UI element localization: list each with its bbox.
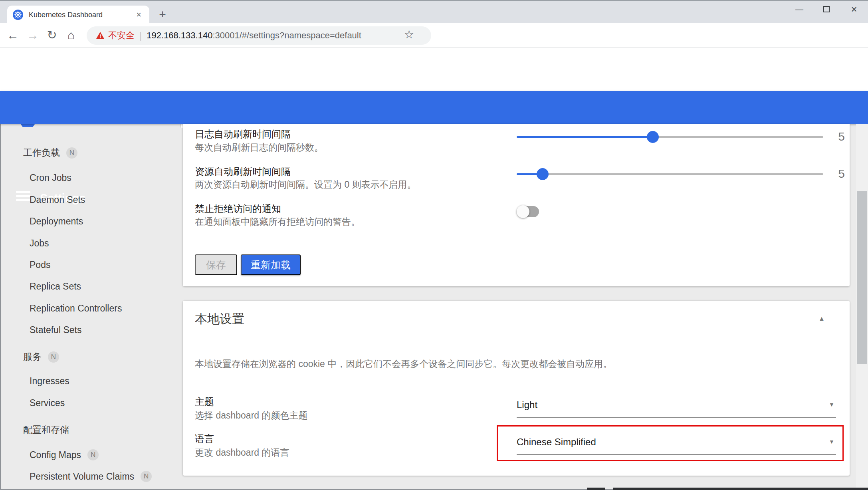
sidebar-item-jobs[interactable]: Jobs: [30, 238, 49, 249]
sidebar-item-services[interactable]: Services: [30, 398, 65, 409]
sidebar-item-pods[interactable]: Pods: [30, 260, 50, 270]
new-badge: N: [141, 471, 152, 482]
bookmark-star-icon[interactable]: ☆: [404, 28, 414, 41]
local-settings-card: 本地设置 ▲ 本地设置存储在浏览器的 cookie 中，因此它们不会再多个设备之…: [183, 301, 850, 476]
new-tab-button[interactable]: +: [155, 7, 170, 22]
resource-refresh-value: 5: [827, 167, 845, 181]
sidebar-group-services: 服务N: [23, 351, 59, 363]
sidebar-item-replication-controllers[interactable]: Replication Controllers: [30, 303, 122, 314]
setting-desc-disable-access-denied: 在通知面板中隐藏所有拒绝访问的警告。: [195, 216, 360, 228]
app-toolbar: Settings: [0, 91, 868, 124]
setting-desc-log-refresh: 每次自动刷新日志的间隔秒数。: [195, 141, 323, 154]
sidebar-item-replica-sets[interactable]: Replica Sets: [30, 281, 81, 292]
language-highlight-box: [497, 425, 844, 461]
resource-refresh-slider[interactable]: [517, 173, 823, 175]
new-badge: N: [66, 147, 77, 159]
log-refresh-value: 5: [827, 130, 845, 143]
url-path: :30001/#/settings?namespace=default: [212, 30, 361, 40]
browser-toolbar: ← → ↻ ⌂ 不安全 | 192.168.133.140:30001/#/se…: [0, 23, 868, 48]
reload-button[interactable]: 重新加载: [241, 254, 301, 275]
access-denied-toggle[interactable]: [517, 205, 540, 218]
forward-icon: →: [24, 23, 42, 48]
setting-title-disable-access-denied: 禁止拒绝访问的通知: [195, 202, 281, 215]
bottom-edge-segment: [587, 488, 605, 490]
home-icon[interactable]: ⌂: [62, 23, 80, 48]
tab-title: Kubernetes Dashboard: [29, 11, 134, 19]
log-refresh-slider[interactable]: [517, 136, 823, 138]
sidebar-item-ingresses[interactable]: Ingresses: [30, 376, 69, 387]
hamburger-menu-icon[interactable]: [16, 191, 30, 206]
bottom-edge-segment: [613, 488, 868, 490]
global-settings-card: 日志自动刷新时间间隔 每次自动刷新日志的间隔秒数。 5 资源自动刷新时间间隔 两…: [183, 124, 850, 286]
url-separator: |: [139, 30, 142, 41]
vertical-scrollbar-thumb[interactable]: [857, 191, 867, 364]
window-maximize-button[interactable]: [817, 2, 836, 17]
local-settings-description: 本地设置存储在浏览器的 cookie 中，因此它们不会再多个设备之间同步它。每次…: [195, 358, 612, 370]
theme-description: 选择 dashboard 的颜色主题: [195, 409, 307, 422]
sidebar-item-daemon-sets[interactable]: Daemon Sets: [30, 194, 85, 205]
sidebar-item-cron-jobs[interactable]: Cron Jobs: [30, 173, 71, 183]
setting-title-resource-refresh: 资源自动刷新时间间隔: [195, 165, 291, 178]
url-text[interactable]: 192.168.133.140:30001/#/settings?namespa…: [147, 30, 361, 41]
slider-thumb[interactable]: [647, 131, 659, 143]
sidebar-item-stateful-sets[interactable]: Stateful Sets: [30, 325, 81, 335]
setting-desc-resource-refresh: 两次资源自动刷新时间间隔。设置为 0 则表示不启用。: [195, 179, 416, 191]
tab-close-icon[interactable]: ×: [134, 10, 144, 20]
save-button: 保存: [195, 254, 237, 275]
chevron-down-icon[interactable]: ▼: [829, 401, 834, 408]
refresh-icon[interactable]: ↻: [43, 23, 61, 48]
browser-window: Kubernetes Dashboard × + — × ← → ↻ ⌂ 不安全…: [0, 0, 868, 490]
local-settings-title: 本地设置: [195, 311, 244, 327]
not-secure-label[interactable]: 不安全: [108, 30, 135, 42]
setting-title-log-refresh: 日志自动刷新时间间隔: [195, 128, 291, 141]
theme-label: 主题: [195, 395, 214, 408]
sidebar-item-config-maps[interactable]: Config MapsN: [30, 449, 99, 460]
window-close-button[interactable]: ×: [845, 2, 863, 17]
address-bar[interactable]: 不安全 | 192.168.133.140:30001/#/settings?n…: [87, 26, 431, 45]
new-badge: N: [87, 449, 99, 460]
language-description: 更改 dashboard 的语言: [195, 446, 289, 459]
kubernetes-favicon-icon: [13, 10, 23, 20]
collapse-arrow-icon[interactable]: ▲: [818, 315, 825, 322]
window-minimize-button[interactable]: —: [790, 2, 809, 17]
sidebar-item-deployments[interactable]: Deployments: [30, 216, 83, 227]
sidebar-item-persistent-volume-claims[interactable]: Persistent Volume ClaimsN: [30, 471, 152, 482]
app-header: kubernetes default ▼ 搜索 +: [0, 48, 868, 91]
back-icon[interactable]: ←: [4, 23, 22, 48]
sidebar-group-config-storage: 配置和存储: [23, 424, 69, 436]
sidebar-group-workloads: 工作负载N: [23, 147, 77, 159]
browser-tab[interactable]: Kubernetes Dashboard ×: [7, 6, 149, 24]
slider-thumb[interactable]: [537, 168, 549, 180]
theme-select[interactable]: Light: [517, 399, 537, 411]
not-secure-warning-icon: [95, 31, 105, 40]
theme-select-underline: [517, 417, 836, 418]
url-host: 192.168.133.140: [147, 30, 212, 40]
new-badge: N: [48, 351, 59, 363]
tab-strip: Kubernetes Dashboard × + — ×: [0, 0, 868, 23]
language-label: 语言: [195, 432, 214, 445]
